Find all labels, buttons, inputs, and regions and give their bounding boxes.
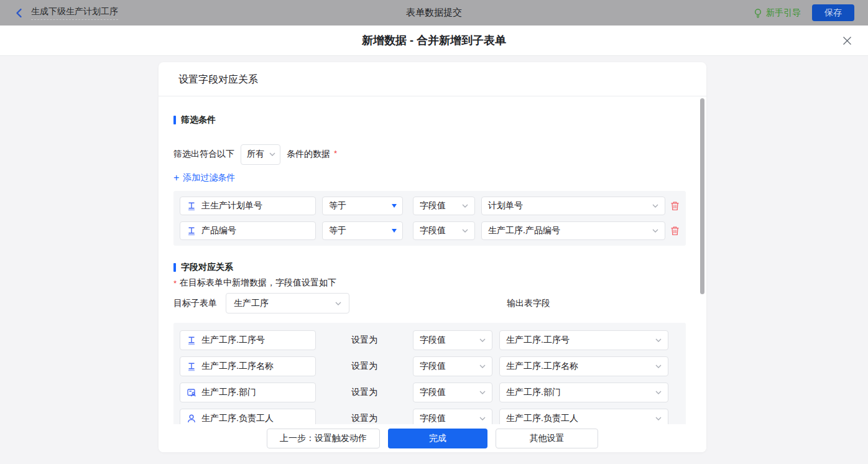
chevron-left-icon [14, 7, 25, 19]
mapping-row: 生产工序.工序名称 设置为 字段值 生产工序.工序名称 [180, 356, 680, 376]
chevron-down-icon [479, 364, 486, 368]
chevron-down-icon [462, 204, 468, 208]
chevron-down-icon [655, 338, 662, 342]
mapping-source-field-value: 生产工序.工序号 [506, 335, 570, 346]
chevron-down-icon [655, 391, 662, 394]
section-accent-bar [173, 116, 176, 124]
other-settings-button[interactable]: 其他设置 [496, 429, 598, 448]
mapping-value-type-value: 字段值 [420, 361, 446, 372]
delete-condition-button[interactable] [670, 226, 680, 236]
chevron-down-icon [335, 302, 341, 305]
modal-body: 设置字段对应关系 筛选条件 筛选出符合以下 所有 条件的数据 * + 添加过滤条… [0, 56, 868, 464]
mapping-value-type-value: 字段值 [420, 335, 446, 346]
chevron-down-icon [479, 417, 486, 420]
mapping-target-field-value: 生产工序.工序名称 [201, 361, 274, 372]
target-subform-row: 目标子表单 生产工序 输出表字段 [173, 293, 706, 313]
target-subform-select[interactable]: 生产工序 [226, 293, 349, 313]
settings-card: 设置字段对应关系 筛选条件 筛选出符合以下 所有 条件的数据 * + 添加过滤条… [159, 62, 706, 452]
chevron-down-icon [652, 229, 658, 233]
filter-section-label: 筛选条件 [181, 114, 216, 126]
mapping-value-type-select[interactable]: 字段值 [413, 409, 492, 424]
filter-value-type-value: 字段值 [420, 200, 446, 211]
mapping-source-field-select[interactable]: 生产工序.工序名称 [499, 356, 668, 376]
filter-field-value: 主生产计划单号 [201, 200, 262, 211]
match-mode-select[interactable]: 所有 [241, 144, 280, 165]
department-icon [187, 387, 196, 397]
text-field-icon [187, 201, 196, 211]
filter-value-select[interactable]: 计划单号 [481, 197, 665, 215]
chevron-down-icon [655, 417, 662, 420]
mapping-value-type-select[interactable]: 字段值 [413, 356, 492, 376]
set-as-label: 设置为 [316, 335, 413, 346]
mapping-value-type-select[interactable]: 字段值 [413, 383, 492, 402]
mapping-description-text: 在目标表单中新增数据，字段值设置如下 [180, 277, 336, 289]
back-button[interactable] [14, 7, 25, 19]
filter-field-value: 产品编号 [201, 225, 236, 236]
target-subform-value: 生产工序 [234, 298, 269, 309]
user-icon [187, 414, 196, 424]
filter-operator-value: 等于 [329, 200, 346, 211]
mapping-source-field-select[interactable]: 生产工序.工序号 [499, 330, 668, 350]
filter-value-type-value: 字段值 [420, 225, 446, 236]
match-mode-value: 所有 [247, 149, 264, 160]
modal-header: 新增数据 - 合并新增到子表单 [0, 26, 868, 56]
target-subform-label: 目标子表单 [173, 298, 217, 309]
card-header-title: 设置字段对应关系 [159, 62, 706, 96]
mapping-source-field-value: 生产工序.工序名称 [506, 361, 578, 372]
mapping-value-type-select[interactable]: 字段值 [413, 330, 492, 350]
set-as-label: 设置为 [316, 413, 413, 424]
chevron-down-icon [269, 152, 275, 156]
beginner-guide-link[interactable]: 新手引导 [753, 7, 801, 19]
save-button[interactable]: 保存 [812, 4, 854, 21]
filter-operator-select[interactable]: 等于 [322, 197, 403, 215]
mapping-row: 生产工序.部门 设置为 字段值 生产工序.部门 [180, 383, 680, 402]
mapping-source-field-value: 生产工序.部门 [506, 387, 561, 398]
close-button[interactable] [843, 36, 852, 45]
filter-value-type-select[interactable]: 字段值 [413, 221, 475, 240]
chevron-down-icon [655, 364, 662, 368]
add-filter-condition-link[interactable]: + 添加过滤条件 [173, 172, 235, 183]
finish-button[interactable]: 完成 [388, 429, 487, 448]
filter-value-value: 计划单号 [488, 200, 523, 211]
mapping-source-field-value: 生产工序.负责工人 [506, 413, 578, 424]
field-mapping-panel: 生产工序.工序号 设置为 字段值 生产工序.工序号 [173, 323, 686, 424]
close-icon [843, 36, 852, 45]
filter-sentence: 筛选出符合以下 所有 条件的数据 * [173, 144, 706, 165]
output-fields-header: 输出表字段 [507, 298, 550, 309]
page-title: 表单数据提交 [0, 7, 868, 19]
delete-condition-button[interactable] [670, 201, 680, 211]
beginner-guide-label: 新手引导 [766, 7, 801, 19]
mapping-target-field[interactable]: 生产工序.部门 [180, 383, 316, 402]
filter-field-select[interactable]: 主生产计划单号 [180, 197, 316, 215]
add-filter-condition-label: 添加过滤条件 [183, 172, 235, 183]
filter-value-type-select[interactable]: 字段值 [413, 197, 475, 215]
scrollbar-thumb[interactable] [700, 98, 704, 294]
mapping-value-type-value: 字段值 [420, 387, 446, 398]
section-accent-bar [173, 263, 176, 272]
mapping-section-title: 字段对应关系 [173, 262, 706, 272]
mapping-target-field-value: 生产工序.工序号 [201, 335, 265, 346]
filter-sentence-suffix: 条件的数据 [287, 149, 330, 160]
chevron-down-icon [652, 204, 658, 208]
filter-value-select[interactable]: 生产工序.产品编号 [481, 221, 665, 240]
trash-icon [670, 226, 680, 236]
set-as-label: 设置为 [316, 361, 413, 372]
workflow-title[interactable]: 生成下级生产计划工序 [31, 6, 118, 20]
previous-step-button[interactable]: 上一步：设置触发动作 [267, 429, 380, 448]
mapping-row: 生产工序.工序号 设置为 字段值 生产工序.工序号 [180, 330, 680, 350]
required-mark: * [334, 149, 337, 158]
filter-operator-select[interactable]: 等于 [322, 221, 403, 240]
mapping-target-field[interactable]: 生产工序.负责工人 [180, 409, 316, 424]
text-field-icon [187, 226, 196, 236]
chevron-down-icon [479, 391, 486, 394]
set-as-label: 设置为 [316, 387, 413, 398]
mapping-description: * 在目标表单中新增数据，字段值设置如下 [173, 277, 706, 288]
filter-field-select[interactable]: 产品编号 [180, 221, 316, 240]
mapping-source-field-select[interactable]: 生产工序.部门 [499, 383, 668, 402]
mapping-target-field[interactable]: 生产工序.工序号 [180, 330, 316, 350]
mapping-target-field[interactable]: 生产工序.工序名称 [180, 356, 316, 376]
caret-down-icon [392, 229, 397, 233]
caret-down-icon [392, 204, 397, 208]
plus-icon: + [173, 174, 179, 182]
mapping-source-field-select[interactable]: 生产工序.负责工人 [499, 409, 668, 424]
